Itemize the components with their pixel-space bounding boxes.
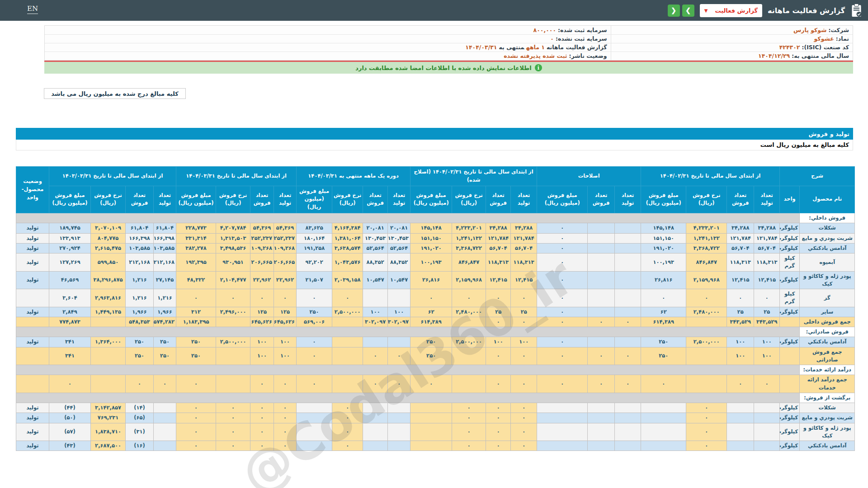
table-cell: ۲۵۲,۲۳۷ [274,233,297,243]
table-cell: ۴۶,۵۶۹ [49,271,91,289]
table-cell [297,413,332,423]
table-cell: ۰ [511,403,537,413]
table-cell: ۱۹۱,۰۲۰ [410,243,452,253]
table-cell: تولید [16,243,49,253]
table-cell [615,423,641,441]
table-cell: ۲,۴۸۰,۰۰۰ [686,307,727,317]
table-cell: ۲۵۲,۲۳۷ [250,233,274,243]
table-row: سایرکیلوگرم۲۵۲۵۲,۴۸۰,۰۰۰۶۲۰۲۵۲۵۲,۴۸۰,۰۰۰… [16,307,855,317]
table-cell [91,375,126,393]
table-cell: پودر ژله و کاکائو و کیک [800,423,855,441]
row-group-label: فروش صادراتي: [800,327,855,337]
table-row: جمع فروش داخلی۳۴۳,۵۲۹۳۴۳,۵۲۹۶۱۴,۳۸۹۰۰۰۰۰… [16,317,855,327]
table-cell: ۱۰۰ [274,347,297,365]
table-cell [615,337,641,347]
table-cell: ۱۴۵,۱۴۸ [410,223,452,233]
table-cell: ۸۴۶,۸۴۷ [686,253,727,272]
section-header-production-sales: تولید و فروش [16,128,853,140]
table-cell: ۰ [216,403,250,413]
table-cell [727,423,754,441]
table-cell: ۳,۱۴۲,۸۵۷ [91,403,126,413]
table-cell: ۳,۰۷۰,۱۰۹ [91,223,126,233]
previous-report-button[interactable]: ❮ [668,5,680,17]
report-type-dropdown[interactable]: گزارش فعالیت ▼ [700,4,762,17]
table-row: شربت پودري و مايعکیلوگرم۰۰۰۰۰۰۰۰۰(۶۵)۷۶۹… [16,413,855,423]
table-cell: ۰ [615,375,641,393]
table-cell: ۱۲۵ [274,307,297,317]
table-cell [780,317,800,327]
table-cell [615,243,641,253]
info-label: سال مالی منتهی به: [792,52,849,59]
table-cell [588,441,615,451]
table-row: جمع درآمد ارائه خدمات۰۰۰۰۰۰۰۰۰۰۰۰۰۰۰۰۰۰ [16,375,855,393]
table-cell: ۵۲,۵۶۴ [363,243,388,253]
table-cell: ۶۱۴,۳۸۹ [641,317,686,327]
table-cell: ۰ [754,289,780,307]
table-cell: ۳,۳۶۸,۷۲۲ [452,243,486,253]
table-cell: ۲۵ [727,307,754,317]
table-cell: ۱۰۳,۵۸۵ [154,243,176,253]
table-cell: ۰ [250,289,274,307]
report-type-dropdown-label: گزارش فعالیت [715,7,758,14]
info-cell: شرکت:شوکو پارس [611,26,853,34]
table-cell: ۰ [452,441,486,451]
table-cell: کیلو گرم [780,289,800,307]
table-row: آدامس بادکنکيکیلوگرم۰۰۰۰۰۰۰۰۰(۱۶)۲,۶۸۷,۵… [16,441,855,451]
table-cell: ۰ [49,375,91,393]
info-label: سرمایه ثبت نشده: [556,35,607,42]
table-cell: ۲۵۰ [410,347,452,365]
topbar-right-group: گزارش فعالیت ماهانه گزارش فعالیت ▼ ❯ ❮ [668,0,863,21]
table-cell: ۰ [511,413,537,423]
info-label: کد صنعت (ISIC): [802,44,849,51]
table-cell: ۰ [686,423,727,441]
table-cell: ۱۱۸,۳۱۳ [486,253,511,272]
table-cell: ۱۰۳,۵۸۵ [126,243,154,253]
table-cell: ۰ [332,413,363,423]
table-cell: ۰ [511,347,537,365]
table-row: برگشت از فروش: [16,393,855,403]
table-cell [727,403,754,413]
table-cell: (۵۰) [49,413,91,423]
column-group-header: از ابتدای سال مالی تا تاریخ ۱۴۰۳/۰۳/۳۱ [49,167,176,186]
table-cell: ۰ [486,423,511,441]
info-cell: سرمایه ثبت شده:۸۰۰,۰۰۰ [45,26,611,34]
table-cell: ۲۶,۸۱۶ [641,271,686,289]
report-nav-buttons: ❯ ❮ [668,5,694,17]
table-cell: ۲۷۰,۹۲۴ [49,243,91,253]
table-cell [588,271,615,289]
table-cell [537,441,588,451]
table-cell: ۰ [511,423,537,441]
table-cell: ۳,۶۳۸,۵۷۴ [332,243,363,253]
table-cell [641,403,686,413]
table-cell [154,441,176,451]
table-cell: ۱۲,۴۱۵ [511,271,537,289]
table-cell: ۰ [176,413,216,423]
next-report-button[interactable]: ❯ [682,5,694,17]
table-cell: ۰ [486,317,511,327]
table-cell [410,413,452,423]
table-cell: کیلوگرم [780,413,800,423]
table-cell [332,347,363,365]
table-cell: ۸۸,۳۵۲ [388,253,410,272]
chevron-down-icon: ▼ [704,8,708,13]
column-group-header: دوره یک ماهه منتهی به ۱۴۰۴/۰۳/۳۱ [297,167,410,186]
section-unit-note: کلیه مبالغ به میلیون ریال است [16,140,853,150]
table-cell: ۰ [176,403,216,413]
table-cell: ۰ [274,289,297,307]
table-cell: ۲۵۰ [126,347,154,365]
table-cell: ۱۹۱,۲۵۸ [297,243,332,253]
table-cell [388,403,410,413]
column-header: تعداد فروش [250,186,274,213]
table-cell [588,337,615,347]
language-switch-link[interactable]: EN [27,5,38,14]
column-header: تعداد تولید [154,186,176,213]
table-cell: ۶۱,۸۰۴ [126,223,154,233]
table-cell: ۱۰,۵۴۷ [363,271,388,289]
table-cell: ۲,۱۵۹,۹۶۸ [686,271,727,289]
table-cell: ۱,۳۸۱,۰۶۴ [332,233,363,243]
table-cell: ۲,۰۳۹,۱۵۸ [332,271,363,289]
table-cell: ۰ [332,441,363,451]
table-cell: ۰ [511,375,537,393]
table-cell: ۰ [727,375,754,393]
column-header: مبلغ فروش (میلیون ریال) [297,186,332,213]
